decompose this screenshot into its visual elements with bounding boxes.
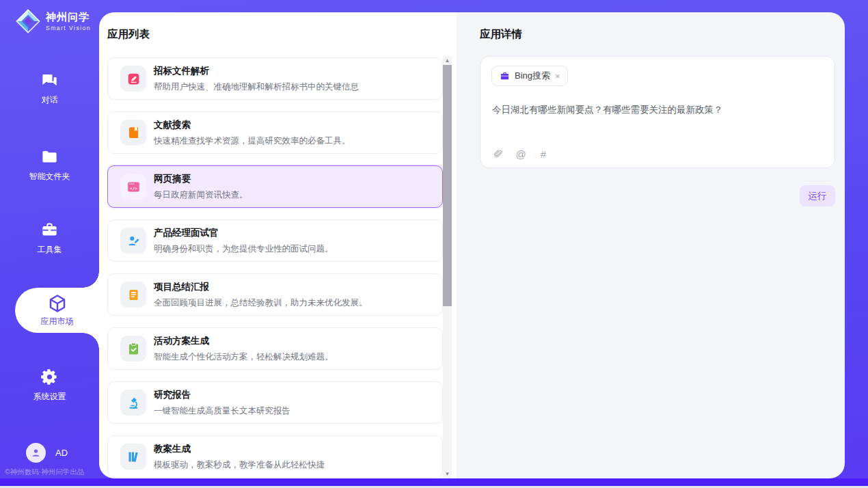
brand-logo: 神州问学 Smart Vision xyxy=(15,8,91,34)
interviewer-icon xyxy=(120,228,146,254)
scroll-down-icon[interactable]: ▼ xyxy=(443,470,452,478)
gear-icon xyxy=(40,368,59,386)
bottom-accent-bar xyxy=(0,478,868,486)
folder-icon xyxy=(40,148,59,166)
books-icon xyxy=(120,444,146,470)
app-card-text: 教案生成模板驱动，教案秒成，教学准备从此轻松快捷 xyxy=(154,443,325,471)
app-desc: 全面回顾项目进展，总结经验教训，助力未来优化发展。 xyxy=(154,297,368,309)
doc-edit-icon xyxy=(120,66,146,92)
tool-chip-label: Bing搜索 xyxy=(515,70,550,82)
app-card[interactable]: 研究报告一键智能生成高质量长文本研究报告 xyxy=(107,381,443,424)
screen: 神州问学 Smart Vision 对话智能文件夹工具集应用市场系统设置 AD … xyxy=(0,0,868,488)
diamond-logo-icon xyxy=(15,8,41,34)
sidebar-item-label: 智能文件夹 xyxy=(29,171,70,182)
sidebar-item-chat[interactable]: 对话 xyxy=(0,71,99,106)
sidebar-item-settings[interactable]: 系统设置 xyxy=(0,368,99,403)
app-card[interactable]: 招标文件解析帮助用户快速、准确地理解和解析招标书中的关键信息 xyxy=(107,57,443,100)
briefcase-icon xyxy=(500,71,510,81)
scrollbar-thumb[interactable] xyxy=(443,65,452,306)
app-title: 文献搜索 xyxy=(154,119,351,131)
person-icon xyxy=(30,447,42,459)
scroll-up-icon[interactable]: ▲ xyxy=(443,56,452,65)
app-card[interactable]: 活动方案生成智能生成个性化活动方案，轻松解决规划难题。 xyxy=(107,327,443,370)
toolbox-icon xyxy=(40,221,59,239)
app-desc: 帮助用户快速、准确地理解和解析招标书中的关键信息 xyxy=(154,81,359,93)
app-title: 活动方案生成 xyxy=(154,335,334,347)
app-desc: 一键智能生成高质量长文本研究报告 xyxy=(154,405,290,417)
app-card[interactable]: 教案生成模板驱动，教案秒成，教学准备从此轻松快捷 xyxy=(107,435,443,478)
app-desc: 每日政府新闻资讯快查。 xyxy=(154,189,248,201)
app-list-pane: 应用列表 招标文件解析帮助用户快速、准确地理解和解析招标书中的关键信息文献搜索快… xyxy=(99,12,457,478)
composer-toolbar: @ # xyxy=(492,148,550,160)
app-card[interactable]: 项目总结汇报全面回顾项目进展，总结经验教训，助力未来优化发展。 xyxy=(107,273,443,316)
app-card[interactable]: 文献搜索快速精准查找学术资源，提高研究效率的必备工具。 xyxy=(107,111,443,154)
app-desc: 模板驱动，教案秒成，教学准备从此轻松快捷 xyxy=(154,459,325,471)
run-button[interactable]: 运行 xyxy=(800,185,835,206)
app-list: 招标文件解析帮助用户快速、准确地理解和解析招标书中的关键信息文献搜索快速精准查找… xyxy=(107,57,443,478)
query-card: Bing搜索 × 今日湖北有哪些新闻要点？有哪些需要关注的最新政策？ @ # xyxy=(480,56,835,168)
web-code-icon: </> xyxy=(120,174,146,200)
app-card-text: 研究报告一键智能生成高质量长文本研究报告 xyxy=(154,389,290,417)
app-detail-title: 应用详情 xyxy=(480,27,522,42)
app-card-text: 产品经理面试官明确身份和职责，为您提供专业性的面试问题。 xyxy=(154,227,334,255)
app-desc: 快速精准查找学术资源，提高研究效率的必备工具。 xyxy=(154,135,351,147)
app-desc: 明确身份和职责，为您提供专业性的面试问题。 xyxy=(154,243,334,255)
app-card-text: 活动方案生成智能生成个性化活动方案，轻松解决规划难题。 xyxy=(154,335,334,363)
brand-subtitle: Smart Vision xyxy=(46,25,91,31)
app-title: 教案生成 xyxy=(154,443,325,455)
app-title: 招标文件解析 xyxy=(154,65,359,77)
app-card[interactable]: 产品经理面试官明确身份和职责，为您提供专业性的面试问题。 xyxy=(107,219,443,262)
svg-text:</>: </> xyxy=(129,185,137,190)
app-card-text: 招标文件解析帮助用户快速、准确地理解和解析招标书中的关键信息 xyxy=(154,65,359,93)
sidebar-footer: ©神州数码·神州问学出品 xyxy=(5,467,84,477)
app-desc: 智能生成个性化活动方案，轻松解决规划难题。 xyxy=(154,351,334,363)
book-icon xyxy=(120,120,146,146)
hash-icon[interactable]: # xyxy=(537,148,550,160)
sidebar-item-label: 工具集 xyxy=(38,244,62,256)
close-icon[interactable]: × xyxy=(555,72,560,81)
app-card[interactable]: </>网页摘要每日政府新闻资讯快查。 xyxy=(107,165,443,208)
sidebar-item-label: 对话 xyxy=(42,94,58,106)
cube-icon xyxy=(47,293,68,314)
avatar xyxy=(26,443,46,463)
app-title: 项目总结汇报 xyxy=(154,281,368,293)
query-input[interactable]: 今日湖北有哪些新闻要点？有哪些需要关注的最新政策？ xyxy=(492,104,824,116)
mention-icon[interactable]: @ xyxy=(515,148,527,160)
attachment-icon[interactable] xyxy=(492,148,504,160)
sidebar-item-label: 应用市场 xyxy=(41,316,74,327)
app-detail-pane: 应用详情 Bing搜索 × 今日湖北有哪些新闻要点？有哪些需要关注的最新政策？ xyxy=(457,12,845,478)
app-card-text: 文献搜索快速精准查找学术资源，提高研究效率的必备工具。 xyxy=(154,119,351,147)
app-title: 产品经理面试官 xyxy=(154,227,334,239)
main-panel: 应用列表 招标文件解析帮助用户快速、准确地理解和解析招标书中的关键信息文献搜索快… xyxy=(99,12,845,478)
brand-name: 神州问学 xyxy=(46,11,91,24)
list-scrollbar[interactable]: ▲ ▼ xyxy=(443,56,452,478)
app-card-text: 项目总结汇报全面回顾项目进展，总结经验教训，助力未来优化发展。 xyxy=(154,281,368,309)
sidebar-item-smart-folder[interactable]: 智能文件夹 xyxy=(0,148,99,182)
sidebar-item-toolbox[interactable]: 工具集 xyxy=(0,221,99,256)
sidebar-item-app-market[interactable]: 应用市场 xyxy=(15,288,99,333)
app-card-text: 网页摘要每日政府新闻资讯快查。 xyxy=(154,173,248,201)
chat-icon xyxy=(40,71,59,90)
app-title: 网页摘要 xyxy=(154,173,248,185)
clipboard-check-icon xyxy=(120,336,146,362)
sidebar-item-label: 系统设置 xyxy=(33,391,66,403)
microscope-icon xyxy=(120,390,146,416)
notepad-icon xyxy=(120,282,146,308)
app-title: 研究报告 xyxy=(154,389,290,401)
app-list-title: 应用列表 xyxy=(107,27,150,42)
tool-chip-bing-search[interactable]: Bing搜索 × xyxy=(491,66,568,86)
sidebar: 神州问学 Smart Vision 对话智能文件夹工具集应用市场系统设置 AD … xyxy=(0,0,99,478)
user-initials: AD xyxy=(55,448,68,458)
user-row[interactable]: AD xyxy=(26,443,68,463)
